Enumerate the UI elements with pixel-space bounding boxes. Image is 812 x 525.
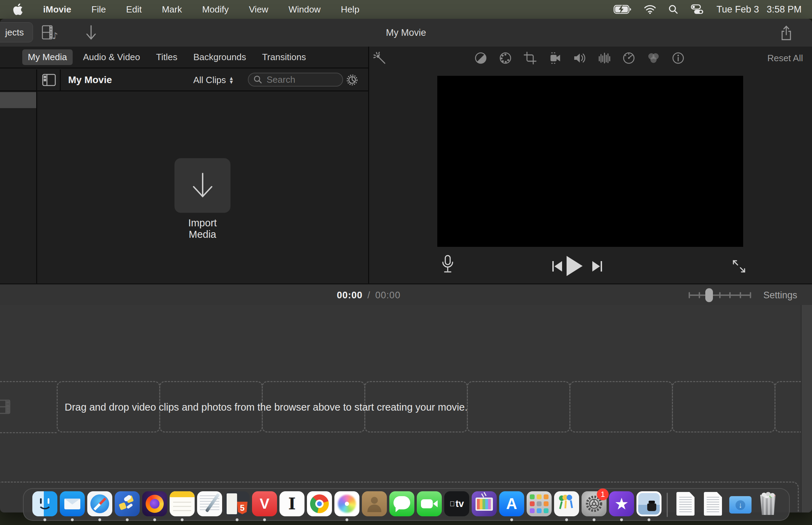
noise-reduction-icon[interactable]	[596, 50, 612, 66]
reset-all-button[interactable]: Reset All	[767, 53, 803, 64]
media-pane: Import Media	[37, 91, 368, 283]
total-time: 00:00	[375, 290, 401, 301]
download-arrow-icon	[189, 170, 217, 201]
dock-app-store-icon[interactable]: A	[499, 491, 524, 521]
clip-placeholder-cell	[569, 381, 673, 433]
browser-tabs: My MediaAudio & VideoTitlesBackgroundsTr…	[0, 47, 368, 68]
menu-item-file[interactable]: File	[91, 4, 106, 15]
running-indicator-dot	[346, 518, 348, 521]
dock-document-icon[interactable]	[673, 491, 698, 521]
menu-item-imovie[interactable]: iMovie	[43, 4, 71, 15]
dock-passwords-icon[interactable]	[554, 491, 579, 521]
battery-charging-icon[interactable]	[614, 5, 632, 14]
dock-apple-tv-icon[interactable]: tv	[444, 491, 469, 521]
dock: 5VItvA1★	[23, 488, 790, 521]
fullscreen-icon[interactable]	[731, 259, 747, 275]
dock-photos-icon[interactable]	[334, 491, 359, 521]
tab-titles[interactable]: Titles	[151, 49, 183, 65]
share-icon[interactable]	[779, 25, 793, 42]
event-sidebar-selected-row[interactable]	[0, 92, 36, 108]
crop-icon[interactable]	[522, 50, 538, 66]
running-indicator-dot	[98, 518, 101, 521]
previous-frame-button[interactable]	[550, 259, 564, 275]
dock-finder-icon[interactable]	[32, 491, 57, 521]
dock-mail-icon[interactable]	[60, 491, 85, 521]
dock-html-editor-icon[interactable]: 5	[225, 491, 250, 521]
menu-bar: iMovie FileEditMarkModifyViewWindowHelp …	[0, 0, 812, 19]
dock-facetime-icon[interactable]	[417, 491, 442, 521]
browser-body: Import Media	[0, 91, 368, 283]
play-button[interactable]	[567, 256, 583, 276]
menu-item-modify[interactable]: Modify	[202, 4, 229, 15]
clip-filter-dropdown[interactable]: All Clips ▲▼	[193, 70, 234, 90]
dock-downloads-icon[interactable]	[728, 491, 753, 521]
clip-settings-gear-icon[interactable]	[345, 73, 359, 89]
desktop: iMovie FileEditMarkModifyViewWindowHelp …	[0, 0, 812, 525]
info-icon[interactable]	[670, 50, 686, 66]
dock-textedit-icon[interactable]	[197, 491, 222, 521]
dock-safari-icon[interactable]	[87, 491, 112, 521]
import-media-button[interactable]	[174, 158, 230, 213]
running-indicator-dot	[620, 518, 623, 521]
import-media-label: Import Media	[174, 217, 230, 240]
dock-inkwell-icon[interactable]	[636, 491, 661, 521]
menu-bar-date[interactable]: Tue Feb 3	[716, 4, 759, 15]
search-input[interactable]	[266, 74, 330, 86]
tab-transitions[interactable]: Transitions	[257, 49, 311, 65]
menu-item-window[interactable]: Window	[289, 4, 320, 15]
dock-launchpad-icon[interactable]	[527, 491, 552, 521]
timeline-settings-button[interactable]: Settings	[763, 284, 797, 306]
running-indicator-dot	[153, 518, 156, 521]
timeline-connector-dash	[0, 381, 57, 382]
menu-item-edit[interactable]: Edit	[126, 4, 142, 15]
spotlight-search-icon[interactable]	[668, 5, 678, 14]
zoom-slider-thumb[interactable]	[705, 288, 713, 302]
tab-my-media[interactable]: My Media	[22, 49, 73, 65]
filmstrip-icon	[0, 399, 10, 415]
menu-item-mark[interactable]: Mark	[162, 4, 182, 15]
color-balance-icon[interactable]	[473, 50, 489, 66]
menu-item-help[interactable]: Help	[341, 4, 359, 15]
menu-item-view[interactable]: View	[249, 4, 268, 15]
sidebar-toggle-icon[interactable]	[42, 74, 56, 88]
dock-chrome-icon[interactable]	[307, 491, 332, 521]
timeline-connector-dash	[0, 432, 57, 433]
imovie-window: jects ♪ My Movie My MediaAudio & VideoTi…	[0, 19, 812, 512]
dock-instapaper-icon[interactable]: I	[279, 491, 304, 521]
dock-firefox-icon[interactable]	[142, 491, 167, 521]
wifi-icon[interactable]	[644, 5, 656, 14]
title-bar: jects ♪ My Movie	[0, 19, 812, 47]
clip-filter-icon[interactable]	[645, 50, 661, 66]
apple-menu-icon[interactable]	[13, 3, 24, 16]
speed-icon[interactable]	[621, 50, 637, 66]
timeline-scrollbar[interactable]	[801, 305, 812, 512]
dock-retro-tv-icon[interactable]	[472, 491, 497, 521]
next-frame-button[interactable]	[590, 259, 604, 275]
transport-controls	[369, 255, 812, 277]
dock-messages-icon[interactable]	[389, 491, 414, 521]
dock-system-settings-icon[interactable]: 1	[582, 491, 607, 521]
dock-trash-icon[interactable]	[755, 491, 780, 521]
control-center-icon[interactable]	[691, 4, 704, 15]
color-correction-icon[interactable]	[497, 50, 513, 66]
magic-wand-icon[interactable]	[373, 51, 388, 67]
timeline-zoom-slider[interactable]	[689, 289, 751, 301]
clip-placeholder-cell	[467, 381, 570, 433]
running-indicator-dot	[565, 518, 568, 521]
volume-icon[interactable]	[571, 50, 587, 66]
running-indicator-dot	[263, 518, 266, 521]
dock-notes-icon[interactable]	[170, 491, 195, 521]
tab-backgrounds[interactable]: Backgrounds	[188, 49, 252, 65]
dock-astronomy-icon[interactable]	[115, 491, 140, 521]
dock-imovie-icon[interactable]: ★	[609, 491, 634, 521]
browser-project-name: My Movie	[68, 70, 112, 90]
stabilization-icon[interactable]	[547, 50, 563, 66]
running-indicator-dot	[593, 518, 595, 521]
browser-toolbar: My Movie All Clips ▲▼	[0, 70, 368, 91]
dock-vivaldi-icon[interactable]: V	[252, 491, 277, 521]
dock-contacts-icon[interactable]	[362, 491, 387, 521]
menu-bar-clock[interactable]: 3:58 PM	[766, 4, 802, 15]
tab-audio-video[interactable]: Audio & Video	[78, 49, 146, 65]
search-field[interactable]	[248, 73, 343, 87]
dock-document2-icon[interactable]	[700, 491, 725, 521]
